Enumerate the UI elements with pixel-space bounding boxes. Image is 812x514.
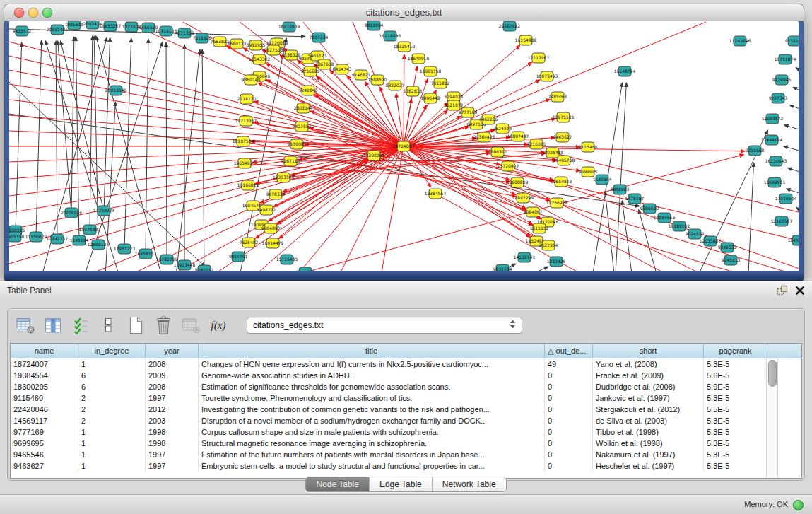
table-row[interactable]: 911546021997Tourette syndrome. Phenomeno… [11, 392, 801, 404]
network-node[interactable]: 18325419 [394, 42, 416, 52]
network-node[interactable]: 7485063 [548, 92, 567, 102]
network-node[interactable]: 19654931 [234, 158, 256, 168]
network-node[interactable]: 1990448 [421, 93, 440, 103]
column-header-year[interactable]: year [146, 344, 199, 358]
select-all-button[interactable] [70, 314, 91, 337]
zoom-window-button[interactable] [42, 8, 52, 18]
network-node[interactable]: 9170081 [288, 139, 307, 149]
network-node[interactable]: 9435572 [13, 26, 32, 36]
network-node[interactable]: 1640954 [593, 175, 612, 185]
network-node[interactable]: 1588520 [368, 75, 387, 85]
network-node[interactable]: 16961758 [420, 66, 442, 76]
table-row[interactable]: 977716911998Corpus callosum shape and si… [11, 426, 801, 438]
network-node[interactable]: 16648794 [614, 66, 636, 76]
network-node[interactable]: 10719135 [155, 26, 177, 36]
network-node[interactable]: 7515526 [193, 33, 212, 43]
network-node[interactable]: 20364486 [473, 132, 495, 142]
network-node[interactable]: 17957223 [114, 244, 136, 254]
hide-columns-button[interactable] [98, 314, 119, 337]
network-node[interactable]: 12353598 [273, 173, 295, 182]
table-row[interactable]: 969969511998Structural magnetic resonanc… [11, 438, 801, 449]
network-node[interactable]: 9215958 [746, 146, 765, 156]
table-row[interactable]: 2242004622012Investigating the contribut… [11, 404, 801, 415]
network-node[interactable]: 16958107 [135, 249, 157, 259]
column-header-name[interactable]: name [11, 344, 78, 358]
network-node[interactable]: 8912955 [247, 40, 266, 50]
network-node[interactable]: 9115460 [579, 142, 598, 152]
network-node[interactable]: 9024510 [686, 229, 705, 239]
network-node[interactable]: 2522954 [539, 240, 558, 250]
network-node[interactable]: 15495758 [553, 156, 575, 165]
network-node[interactable]: 9860140 [242, 75, 261, 85]
network-node[interactable]: 12975185 [553, 112, 575, 122]
network-node[interactable]: 20053346 [105, 86, 127, 95]
network-node[interactable]: 8813054 [365, 21, 384, 30]
network-node[interactable]: 10653267 [100, 21, 122, 31]
table-row[interactable]: 1872400712008Changes of HCN gene express… [11, 358, 801, 370]
network-node[interactable]: 12213967 [528, 53, 550, 63]
network-node[interactable]: 18640910 [408, 54, 430, 64]
network-canvas[interactable]: 9435572206914061881618209341410653267132… [9, 21, 799, 271]
network-node[interactable]: 16189102 [669, 221, 690, 231]
network-node[interactable]: 9878334 [266, 189, 286, 199]
network-node[interactable]: 7663822 [211, 37, 230, 47]
column-header-in_degree[interactable]: in_degree [78, 344, 146, 358]
network-node[interactable]: 9245012 [195, 265, 214, 271]
table-row[interactable]: 1938455462009Genome-wide association stu… [11, 370, 801, 381]
network-node[interactable]: 9827503 [264, 45, 283, 55]
network-node[interactable]: 1327602 [122, 22, 141, 32]
network-node[interactable]: 9245013 [722, 255, 741, 265]
network-node[interactable]: 18807299 [512, 193, 534, 203]
column-header-title[interactable]: title [199, 344, 545, 358]
network-node[interactable]: 8322037 [386, 81, 405, 90]
network-node[interactable]: 9463627 [553, 132, 572, 142]
network-node[interactable]: 12444194 [761, 135, 783, 145]
network-node[interactable]: 9427552 [293, 122, 312, 132]
table-selector-dropdown[interactable]: citations_edges.txt [247, 317, 522, 334]
select-columns-button[interactable] [42, 314, 64, 337]
network-node[interactable]: 7857224 [310, 33, 329, 42]
network-node[interactable]: 9777169 [459, 107, 478, 117]
network-node[interactable]: 10984563 [654, 213, 676, 223]
network-node[interactable]: 16154808 [515, 35, 537, 45]
scrollbar-thumb[interactable] [768, 360, 777, 387]
network-node[interactable]: 9857791 [229, 252, 248, 262]
network-node[interactable]: 1733426 [547, 257, 566, 267]
close-panel-icon[interactable] [795, 286, 805, 296]
vertical-scrollbar[interactable] [766, 358, 778, 478]
close-window-button[interactable] [14, 8, 24, 18]
network-node[interactable]: 16033809 [278, 22, 300, 32]
network-node[interactable]: 9267110 [281, 156, 300, 166]
network-node[interactable]: 9158198 [785, 36, 799, 46]
network-node[interactable]: 14136141 [514, 252, 536, 262]
network-node[interactable]: 15751074 [775, 54, 796, 64]
window-titlebar[interactable]: citations_edges.txt [4, 4, 804, 21]
function-builder-button[interactable]: f(x) [208, 314, 229, 337]
network-node[interactable]: 6479197 [625, 194, 645, 204]
network-node[interactable]: 1362615 [404, 86, 423, 96]
network-node[interactable]: 7625402 [240, 238, 259, 247]
network-node[interactable]: 9699695 [579, 167, 598, 177]
network-node[interactable]: 11243646 [729, 36, 751, 46]
table-settings-button[interactable] [15, 314, 36, 337]
network-node[interactable]: 11156829 [25, 232, 47, 242]
table-row[interactable]: 1830029562008Estimation of significance … [11, 381, 801, 392]
float-window-icon[interactable] [777, 285, 788, 296]
citation-network-graph[interactable]: 9435572206914061881618209341410653267132… [9, 21, 799, 271]
network-node[interactable]: 1145194 [70, 235, 89, 245]
network-node[interactable]: 3624574 [493, 124, 512, 134]
network-node[interactable]: 9084067 [524, 207, 543, 217]
table-row[interactable]: 946554611997Estimation of the future num… [11, 449, 801, 460]
network-node[interactable]: 16210643 [765, 156, 787, 166]
network-node[interactable]: 4671358 [175, 28, 194, 38]
network-node[interactable]: 1615152 [530, 223, 549, 233]
delete-trash-button[interactable] [153, 314, 174, 337]
network-node[interactable]: 15692971 [764, 177, 786, 187]
network-node[interactable]: 12093872 [762, 114, 784, 124]
network-node[interactable]: 3915158 [9, 232, 25, 242]
create-table-button[interactable] [125, 314, 146, 337]
network-node[interactable]: 17016504 [775, 194, 797, 204]
network-node[interactable]: 2718120 [237, 94, 257, 104]
column-header-pagerank[interactable]: pagerank [704, 344, 767, 358]
network-node[interactable]: 19166825 [237, 180, 259, 190]
